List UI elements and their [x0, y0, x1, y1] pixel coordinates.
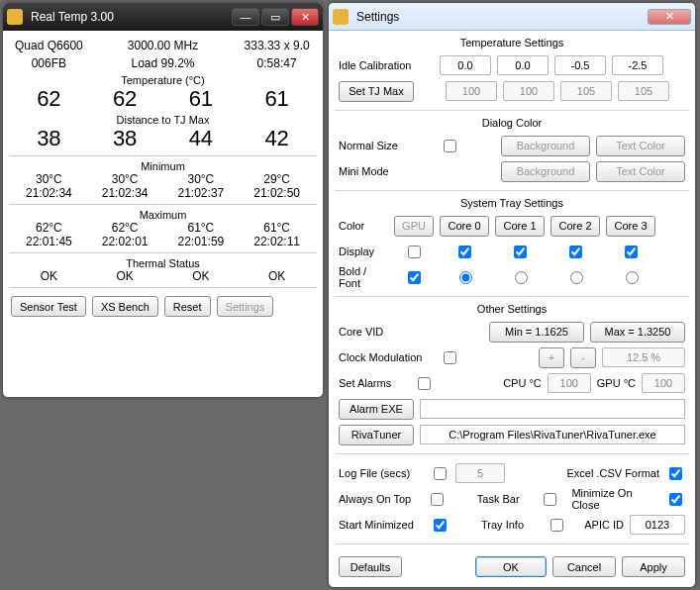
clock-minus-button[interactable]: -: [570, 347, 596, 368]
display-core3-checkbox[interactable]: [625, 246, 638, 258]
defaults-button[interactable]: Defaults: [339, 556, 402, 577]
apic-id-value[interactable]: 0123: [630, 515, 685, 535]
bold-checkbox[interactable]: [408, 271, 421, 284]
normal-size-checkbox[interactable]: [444, 140, 456, 152]
minimize-button[interactable]: —: [232, 8, 259, 26]
alarm-gpu-value[interactable]: 100: [642, 373, 685, 393]
thermal-2: OK: [163, 269, 240, 283]
thermal-3: OK: [239, 269, 315, 283]
idle-calibration-label: Idle Calibration: [339, 59, 434, 71]
max-time-0: 22:01:45: [11, 235, 87, 248]
core1-color-button[interactable]: Core 1: [495, 216, 545, 237]
temperature-settings-heading: Temperature Settings: [339, 37, 685, 49]
core0-color-button[interactable]: Core 0: [440, 216, 489, 237]
min-temp-2: 30°C: [163, 172, 240, 186]
sensor-test-button[interactable]: Sensor Test: [11, 296, 86, 317]
normal-text-button[interactable]: Text Color: [596, 136, 685, 156]
clock-plus-button[interactable]: +: [539, 347, 564, 368]
alarm-exe-path[interactable]: [420, 399, 685, 419]
core3-color-button[interactable]: Core 3: [606, 216, 655, 237]
settings-title: Settings: [353, 10, 648, 24]
display-gpu-checkbox[interactable]: [408, 246, 421, 258]
taskbar-checkbox[interactable]: [544, 493, 556, 506]
max-temp-2: 61°C: [163, 221, 240, 235]
tj-core3: 42: [239, 126, 315, 151]
tj-core1: 38: [87, 126, 163, 151]
core2-color-button[interactable]: Core 2: [550, 216, 600, 237]
csv-format-checkbox[interactable]: [669, 467, 682, 480]
log-file-label: Log File (secs): [339, 467, 424, 479]
minimize-on-close-checkbox[interactable]: [669, 493, 682, 506]
cancel-button[interactable]: Cancel: [552, 556, 616, 577]
corevid-label: Core VID: [339, 326, 434, 338]
vid-min-button[interactable]: Min = 1.1625: [489, 322, 584, 343]
tjmax-0: 100: [446, 81, 497, 101]
clock-mod-checkbox[interactable]: [444, 351, 456, 364]
idle-cal-1[interactable]: 0.0: [497, 55, 549, 75]
ok-button[interactable]: OK: [475, 556, 547, 577]
normal-bg-button[interactable]: Background: [501, 136, 590, 156]
color-label: Color: [339, 220, 388, 232]
mini-bg-button[interactable]: Background: [501, 161, 590, 182]
min-temp-0: 30°C: [11, 172, 87, 186]
tjmax-3: 105: [618, 81, 669, 101]
bold-font-label: Bold / Font: [339, 265, 388, 289]
start-minimized-label: Start Minimized: [339, 519, 424, 531]
settings-close-button[interactable]: ✕: [648, 9, 691, 25]
cpu-mult: 333.33 x 9.0: [239, 37, 315, 54]
display-core0-checkbox[interactable]: [458, 246, 471, 258]
tj-core2: 44: [163, 126, 240, 151]
tj-core0: 38: [11, 126, 87, 151]
thermal-heading: Thermal Status: [11, 257, 315, 269]
vid-max-button[interactable]: Max = 1.3250: [590, 322, 685, 343]
tray-info-label: Tray Info: [481, 519, 541, 531]
max-temp-1: 62°C: [87, 221, 163, 235]
settings-button[interactable]: Settings: [217, 296, 274, 317]
log-file-checkbox[interactable]: [434, 467, 447, 480]
font-core0-radio[interactable]: [459, 271, 472, 284]
min-temp-1: 30°C: [87, 172, 163, 186]
start-minimized-checkbox[interactable]: [434, 519, 447, 532]
always-on-top-checkbox[interactable]: [431, 493, 444, 506]
cpu-mhz: 3000.00 MHz: [87, 37, 240, 54]
display-core1-checkbox[interactable]: [514, 246, 527, 258]
idle-cal-3[interactable]: -2.5: [612, 55, 663, 75]
gpu-color-button[interactable]: GPU: [394, 216, 434, 237]
reset-button[interactable]: Reset: [164, 296, 211, 317]
elapsed-time: 0:58:47: [239, 54, 315, 72]
settings-titlebar[interactable]: Settings ✕: [329, 3, 695, 31]
mini-text-button[interactable]: Text Color: [596, 161, 685, 182]
window-title: Real Temp 3.00: [28, 10, 232, 24]
settings-window: Settings ✕ Temperature Settings Idle Cal…: [328, 2, 696, 588]
normal-size-label: Normal Size: [339, 140, 434, 151]
rivatuner-button[interactable]: RivaTuner: [339, 425, 414, 445]
log-file-value[interactable]: 5: [455, 463, 505, 483]
rivatuner-path[interactable]: C:\Program Files\RivaTuner\RivaTuner.exe: [420, 425, 685, 444]
close-button[interactable]: ✕: [291, 8, 319, 26]
max-time-3: 22:02:11: [239, 235, 315, 248]
display-core2-checkbox[interactable]: [569, 246, 582, 258]
display-label: Display: [339, 246, 388, 257]
maximize-button[interactable]: ▭: [261, 8, 289, 26]
idle-cal-2[interactable]: -0.5: [554, 55, 606, 75]
apply-button[interactable]: Apply: [622, 556, 685, 577]
font-core2-radio[interactable]: [570, 271, 583, 284]
titlebar[interactable]: Real Temp 3.00 — ▭ ✕: [3, 3, 323, 31]
alarm-exe-button[interactable]: Alarm EXE: [339, 399, 414, 420]
temp-core1: 62: [87, 86, 163, 112]
set-alarms-checkbox[interactable]: [418, 377, 431, 390]
idle-cal-0[interactable]: 0.0: [440, 55, 491, 75]
tray-info-checkbox[interactable]: [550, 519, 563, 532]
other-settings-heading: Other Settings: [339, 303, 685, 315]
font-core1-radio[interactable]: [515, 271, 528, 284]
cpu-id: 006FB: [11, 54, 87, 72]
cpu-model: Quad Q6600: [11, 37, 87, 54]
temp-core2: 61: [163, 86, 240, 112]
maximum-heading: Maximum: [11, 209, 315, 221]
alarm-cpu-value[interactable]: 100: [548, 373, 591, 393]
xs-bench-button[interactable]: XS Bench: [92, 296, 158, 317]
max-temp-3: 61°C: [239, 221, 315, 235]
set-tjmax-button[interactable]: Set TJ Max: [339, 81, 414, 102]
font-core3-radio[interactable]: [626, 271, 639, 284]
min-temp-3: 29°C: [239, 172, 315, 186]
